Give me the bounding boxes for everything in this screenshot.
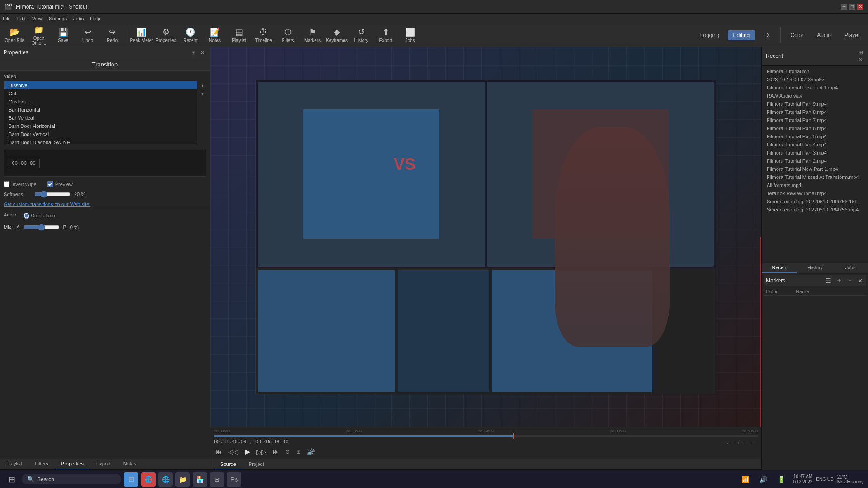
audio-mode-button[interactable]: Audio (811, 30, 836, 40)
playlist-button[interactable]: ▤ Playlist (227, 24, 251, 46)
cross-fade-label[interactable]: Cross-fade (24, 213, 55, 219)
taskbar-explorer-button[interactable]: ⊟ (124, 472, 138, 487)
tab-source[interactable]: Source (214, 460, 242, 469)
recent-item-17[interactable]: Screenrecording_20220510_194756.mp4 (762, 206, 868, 214)
tab-notes[interactable]: Notes (117, 459, 143, 469)
system-clock[interactable]: 10:47 AM 1/12/2023 (793, 474, 813, 484)
taskbar-sound-icon[interactable]: 🔊 (756, 472, 771, 487)
player-mode-button[interactable]: Player (839, 30, 865, 40)
notes-button[interactable]: 📝 Notes (203, 24, 226, 46)
mix-slider[interactable] (24, 224, 60, 231)
cross-fade-radio[interactable] (24, 213, 29, 219)
export-button[interactable]: ⬆ Export (374, 24, 397, 46)
history-button[interactable]: ↺ History (349, 24, 373, 46)
editing-mode-button[interactable]: Editing (728, 30, 755, 40)
recent-item-9[interactable]: Filmora Tutorial Part 4.mp4 (762, 141, 868, 149)
recent-item-15[interactable]: TeraBox Review Initial.mp4 (762, 189, 868, 197)
markers-button[interactable]: ⚑ Markers (301, 24, 324, 46)
recent-button[interactable]: 🕐 Recent (179, 24, 202, 46)
transition-item-cut[interactable]: Cut (4, 89, 197, 98)
menu-edit[interactable]: Edit (17, 16, 26, 21)
recent-item-4[interactable]: Filmora Tutorial Part 9.mp4 (762, 100, 868, 108)
preview-checkbox[interactable] (47, 181, 53, 187)
redo-button[interactable]: ↪ Redo (100, 24, 124, 46)
taskbar-files-button[interactable]: 📁 (175, 472, 190, 487)
skip-end-button[interactable]: ⏭ (271, 447, 281, 456)
grid-button[interactable]: ⊞ (294, 448, 302, 456)
open-other-button[interactable]: 📁 Open Other... (27, 24, 51, 46)
recent-item-1[interactable]: 2023-10-13 00-07-35.mkv (762, 75, 868, 84)
skip-start-button[interactable]: ⏮ (214, 447, 224, 456)
recent-item-12[interactable]: Filmora Tutorial New Part 1.mp4 (762, 165, 868, 173)
tab-playlist[interactable]: Playlist (0, 459, 28, 469)
taskbar-chrome-button[interactable]: 🌐 (141, 472, 156, 487)
recent-item-13[interactable]: Filmora Tutorial Missed At Transform.mp4 (762, 173, 868, 181)
transition-item-barn-h[interactable]: Barn Door Horizontal (4, 122, 197, 130)
taskbar-photoshop-button[interactable]: Ps (227, 472, 241, 487)
taskbar-store-button[interactable]: 🏪 (193, 472, 207, 487)
loop-button[interactable]: ⊙ (283, 448, 292, 456)
close-button[interactable]: ✕ (857, 4, 863, 10)
recent-item-16[interactable]: Screenrecording_20220510_194756-15fps.mp… (762, 197, 868, 206)
recent-item-10[interactable]: Filmora Tutorial Part 3.mp4 (762, 149, 868, 157)
recent-item-3[interactable]: RAW Audio.wav (762, 92, 868, 100)
right-panel-float-button[interactable]: ⊞ (857, 49, 864, 56)
tab-project[interactable]: Project (242, 460, 270, 469)
transition-item-dissolve[interactable]: Dissolve (4, 81, 197, 89)
taskbar-network-icon[interactable]: 📶 (738, 472, 753, 487)
recent-item-7[interactable]: Filmora Tutorial Part 6.mp4 (762, 124, 868, 132)
transition-item-custom[interactable]: Custom... (4, 98, 197, 106)
recent-item-11[interactable]: Filmora Tutorial Part 2.mp4 (762, 157, 868, 165)
panel-close-button[interactable]: ✕ (199, 49, 206, 56)
recent-item-2[interactable]: Filmora Tutorial First Part 1.mp4 (762, 84, 868, 92)
list-scroll-down[interactable]: ▼ (199, 90, 206, 97)
properties-button[interactable]: ⚙ Properties (154, 24, 178, 46)
markers-menu-button[interactable]: ☰ (824, 277, 833, 285)
preview-label[interactable]: Preview (47, 181, 73, 187)
fx-mode-button[interactable]: FX (758, 30, 775, 40)
markers-remove-button[interactable]: － (845, 276, 854, 285)
menu-file[interactable]: File (3, 16, 11, 21)
maximize-button[interactable]: □ (849, 4, 855, 10)
recent-item-5[interactable]: Filmora Tutorial Part 8.mp4 (762, 108, 868, 116)
markers-close-button[interactable]: ✕ (856, 277, 864, 285)
keyframes-button[interactable]: ◆ Keyframes (325, 24, 349, 46)
next-frame-button[interactable]: ▷▷ (255, 447, 268, 456)
undo-button[interactable]: ↩ Undo (76, 24, 99, 46)
logging-mode-button[interactable]: Logging (695, 30, 725, 40)
open-file-button[interactable]: 📂 Open File (3, 24, 26, 46)
taskbar-apps-button[interactable]: ⊞ (210, 472, 224, 487)
panel-float-button[interactable]: ⊞ (190, 49, 197, 56)
tab-jobs[interactable]: Jobs (833, 263, 868, 273)
save-button[interactable]: 💾 Save (52, 24, 75, 46)
tab-export[interactable]: Export (90, 459, 117, 469)
menu-jobs[interactable]: Jobs (73, 16, 84, 21)
player-timeline-bar[interactable] (214, 435, 758, 437)
prev-frame-button[interactable]: ◁◁ (226, 447, 240, 456)
transition-item-barn-sw-ne[interactable]: Barn Door Diagonal SW-NE (4, 138, 197, 144)
invert-wipe-label[interactable]: Invert Wipe (4, 181, 37, 187)
transition-item-bar-h[interactable]: Bar Horizontal (4, 106, 197, 114)
taskbar-battery-icon[interactable]: 🔋 (774, 472, 789, 487)
minimize-button[interactable]: ─ (841, 4, 847, 10)
markers-add-button[interactable]: ＋ (835, 276, 844, 285)
language-indicator[interactable]: ENG US (816, 477, 833, 482)
recent-item-14[interactable]: All formats.mp4 (762, 181, 868, 189)
taskbar-edge-button[interactable]: 🌐 (158, 472, 173, 487)
timeline-button[interactable]: ⏱ Timeline (252, 24, 275, 46)
recent-item-0[interactable]: Filmora Tutorial.mlt (762, 67, 868, 75)
color-mode-button[interactable]: Color (785, 30, 809, 40)
taskbar-search-box[interactable]: 🔍 Search (22, 474, 121, 484)
volume-button[interactable]: 🔊 (305, 447, 316, 456)
menu-help[interactable]: Help (90, 16, 100, 21)
tab-filters[interactable]: Filters (28, 459, 55, 469)
peak-meter-button[interactable]: 📊 Peak Meter (130, 24, 153, 46)
transition-item-bar-v[interactable]: Bar Vertical (4, 114, 197, 122)
play-button[interactable]: ▶ (243, 446, 252, 457)
custom-transitions-link[interactable]: Get custom transitions on our Web site. (0, 200, 210, 209)
right-panel-close-button[interactable]: ✕ (857, 56, 864, 63)
start-button[interactable]: ⊞ (5, 472, 19, 487)
tab-history[interactable]: History (797, 263, 833, 273)
menu-settings[interactable]: Settings (49, 16, 67, 21)
recent-item-6[interactable]: Filmora Tutorial Part 7.mp4 (762, 116, 868, 124)
